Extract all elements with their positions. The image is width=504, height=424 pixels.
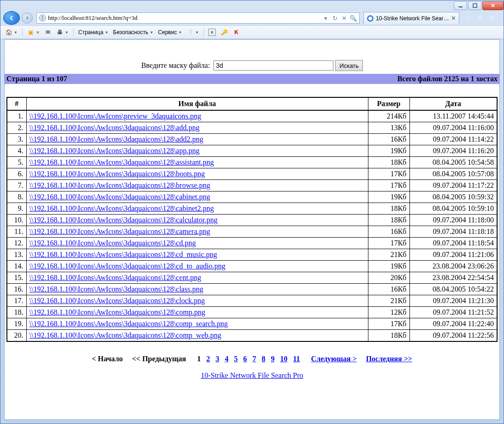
arrow-right-icon <box>24 15 30 21</box>
file-link[interactable]: \\192.168.1.100\Icons\AwIcons\3daquaicon… <box>30 124 200 131</box>
print-menu[interactable]: 🖶▼ <box>55 28 70 37</box>
help-menu[interactable]: ❔▼ <box>186 28 200 37</box>
file-link[interactable]: \\192.168.1.100\Icons\AwIcons\3daquaicon… <box>30 251 217 258</box>
file-link[interactable]: \\192.168.1.100\Icons\AwIcons\3daquaicon… <box>30 308 206 316</box>
file-link[interactable]: \\192.168.1.100\Icons\AwIcons\3daquaicon… <box>30 158 214 166</box>
pager-page[interactable]: 6 <box>243 355 247 363</box>
table-row: 7.\\192.168.1.100\Icons\AwIcons\3daquaic… <box>7 180 497 191</box>
pager-next[interactable]: Следующая > <box>311 355 357 363</box>
file-link[interactable]: \\192.168.1.100\Icons\AwIcons\3daquaicon… <box>30 216 218 224</box>
forward-button[interactable] <box>22 12 33 24</box>
settings-icon[interactable]: ⚙ <box>489 14 497 22</box>
home-icon[interactable]: ⌂ <box>465 14 473 22</box>
refresh-icon[interactable]: ↻ <box>331 14 339 22</box>
back-button[interactable] <box>3 11 20 25</box>
pager-page-current: 1 <box>197 355 201 363</box>
kaspersky-button[interactable]: K <box>231 28 241 37</box>
file-link[interactable]: \\192.168.1.100\Icons\AwIcons\3daquaicon… <box>30 204 214 212</box>
pager-page[interactable]: 9 <box>271 355 274 363</box>
minimize-button[interactable] <box>454 1 467 10</box>
file-link[interactable]: \\192.168.1.100\Icons\AwIcons\3daquaicon… <box>30 181 210 189</box>
globe-icon <box>39 14 46 22</box>
k-icon: K <box>208 29 216 36</box>
row-date: 13.11.2007 14:45:44 <box>409 110 497 122</box>
pager-page[interactable]: 5 <box>234 355 237 363</box>
table-row: 5.\\192.168.1.100\Icons\AwIcons\3daquaic… <box>7 157 497 168</box>
col-size: Размер <box>368 97 409 110</box>
row-date: 09.07.2004 11:17:22 <box>409 180 497 191</box>
row-name: \\192.168.1.100\Icons\AwIcons\3daquaicon… <box>26 215 368 226</box>
table-row: 20.\\192.168.1.100\Icons\AwIcons\3daquai… <box>7 330 497 342</box>
row-size: 18Кб <box>368 157 409 168</box>
service-menu[interactable]: Сервис▼ <box>157 28 183 36</box>
file-link[interactable]: \\192.168.1.100\Icons\AwIcons\3daquaicon… <box>30 227 210 235</box>
file-link[interactable]: \\192.168.1.100\Icons\AwIcons\preview_3d… <box>30 112 202 120</box>
file-link[interactable]: \\192.168.1.100\Icons\AwIcons\3daquaicon… <box>30 297 205 305</box>
col-date: Дата <box>409 97 497 110</box>
feeds-menu[interactable]: ▣▼ <box>26 28 41 37</box>
product-link[interactable]: 10-Strike Network File Search Pro <box>201 371 303 379</box>
row-date: 08.04.2005 10:59:10 <box>409 203 497 215</box>
row-date: 09.07.2004 11:18:54 <box>409 238 497 249</box>
dropdown-icon[interactable]: ▾ <box>321 14 330 22</box>
close-button[interactable] <box>482 1 504 10</box>
file-link[interactable]: \\192.168.1.100\Icons\AwIcons\3daquaicon… <box>30 135 203 143</box>
browser-tab[interactable]: 10-Strike Network File Searc... ✕ <box>363 12 459 24</box>
row-date: 08.04.2005 10:54:58 <box>409 157 497 168</box>
pager-page[interactable]: 11 <box>293 355 300 363</box>
pager-page[interactable]: 4 <box>225 355 228 363</box>
file-link[interactable]: \\192.168.1.100\Icons\AwIcons\3daquaicon… <box>30 331 221 339</box>
security-menu[interactable]: Безопасность▼ <box>112 28 154 36</box>
home-menu[interactable]: 🏠▼ <box>4 28 18 37</box>
arrow-left-icon <box>7 14 16 22</box>
search-button[interactable]: Искать <box>335 60 363 71</box>
table-row: 3.\\192.168.1.100\Icons\AwIcons\3daquaic… <box>7 134 497 145</box>
row-size: 13Кб <box>368 122 409 134</box>
row-name: \\192.168.1.100\Icons\AwIcons\3daquaicon… <box>26 191 368 203</box>
key-button[interactable]: 🔑 <box>219 28 229 37</box>
stop-icon[interactable]: ✕ <box>340 14 348 22</box>
row-size: 17Кб <box>368 180 409 191</box>
svg-rect-0 <box>459 6 462 7</box>
file-link[interactable]: \\192.168.1.100\Icons\AwIcons\3daquaicon… <box>30 320 228 328</box>
row-num: 11. <box>7 226 26 238</box>
pager-page[interactable]: 8 <box>261 355 265 363</box>
search-icon[interactable]: 🔍 <box>349 14 357 22</box>
k-button[interactable]: K <box>208 28 217 37</box>
page-menu[interactable]: Страница▼ <box>77 28 109 36</box>
tab-title: 10-Strike Network File Searc... <box>376 15 449 22</box>
row-date: 08.04.2005 10:59:32 <box>409 191 497 203</box>
file-link[interactable]: \\192.168.1.100\Icons\AwIcons\3daquaicon… <box>30 285 203 293</box>
file-link[interactable]: \\192.168.1.100\Icons\AwIcons\3daquaicon… <box>30 147 200 155</box>
footer: 10-Strike Network File Search Pro <box>5 367 499 380</box>
file-link[interactable]: \\192.168.1.100\Icons\AwIcons\3daquaicon… <box>30 193 210 201</box>
address-bar[interactable]: ▾ ↻ ✕ 🔍 <box>36 12 360 24</box>
favorites-icon[interactable]: ★ <box>477 14 485 22</box>
mail-button[interactable]: ✉ <box>43 28 53 37</box>
mail-icon: ✉ <box>44 29 52 36</box>
search-input[interactable] <box>213 60 333 71</box>
svg-point-4 <box>368 17 372 20</box>
row-size: 21Кб <box>368 295 409 307</box>
file-link[interactable]: \\192.168.1.100\Icons\AwIcons\3daquaicon… <box>30 262 225 270</box>
file-link[interactable]: \\192.168.1.100\Icons\AwIcons\3daquaicon… <box>30 239 196 247</box>
row-num: 1. <box>7 110 26 122</box>
pager-page[interactable]: 7 <box>252 355 256 363</box>
table-row: 13.\\192.168.1.100\Icons\AwIcons\3daquai… <box>7 249 497 261</box>
pager-page[interactable]: 2 <box>206 355 210 363</box>
file-link[interactable]: \\192.168.1.100\Icons\AwIcons\3daquaicon… <box>30 170 205 178</box>
pager-page[interactable]: 3 <box>215 355 219 363</box>
tab-close-icon[interactable]: ✕ <box>451 15 456 22</box>
file-link[interactable]: \\192.168.1.100\Icons\AwIcons\3daquaicon… <box>30 274 202 281</box>
page-info: Страница 1 из 107 <box>6 75 67 83</box>
row-name: \\192.168.1.100\Icons\AwIcons\3daquaicon… <box>26 238 368 249</box>
pager-last[interactable]: Последняя >> <box>366 355 412 363</box>
row-size: 12Кб <box>368 307 409 318</box>
row-name: \\192.168.1.100\Icons\AwIcons\3daquaicon… <box>26 318 368 330</box>
maximize-button[interactable] <box>468 1 481 10</box>
row-size: 16Кб <box>368 134 409 145</box>
pager-page[interactable]: 10 <box>280 355 287 363</box>
url-input[interactable] <box>48 14 321 22</box>
row-date: 09.07.2004 11:16:00 <box>409 122 497 134</box>
pager: < Начало << Предыдущая 1234567891011 Сле… <box>5 342 499 367</box>
